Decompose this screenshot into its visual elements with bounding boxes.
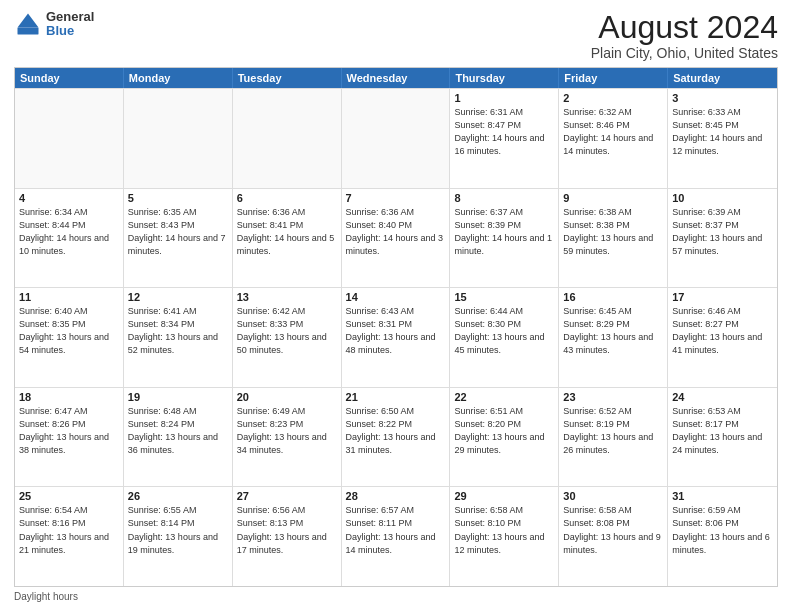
calendar-cell: 8Sunrise: 6:37 AM Sunset: 8:39 PM Daylig… — [450, 189, 559, 288]
calendar-cell: 6Sunrise: 6:36 AM Sunset: 8:41 PM Daylig… — [233, 189, 342, 288]
day-number: 22 — [454, 391, 554, 403]
day-number: 10 — [672, 192, 773, 204]
cell-info: Sunrise: 6:36 AM Sunset: 8:40 PM Dayligh… — [346, 206, 446, 258]
calendar-cell: 16Sunrise: 6:45 AM Sunset: 8:29 PM Dayli… — [559, 288, 668, 387]
cell-info: Sunrise: 6:50 AM Sunset: 8:22 PM Dayligh… — [346, 405, 446, 457]
cell-info: Sunrise: 6:46 AM Sunset: 8:27 PM Dayligh… — [672, 305, 773, 357]
cell-info: Sunrise: 6:40 AM Sunset: 8:35 PM Dayligh… — [19, 305, 119, 357]
day-number: 15 — [454, 291, 554, 303]
day-number: 4 — [19, 192, 119, 204]
calendar-row: 4Sunrise: 6:34 AM Sunset: 8:44 PM Daylig… — [15, 188, 777, 288]
calendar-header-cell: Monday — [124, 68, 233, 88]
day-number: 3 — [672, 92, 773, 104]
day-number: 30 — [563, 490, 663, 502]
calendar-cell: 11Sunrise: 6:40 AM Sunset: 8:35 PM Dayli… — [15, 288, 124, 387]
day-number: 6 — [237, 192, 337, 204]
day-number: 16 — [563, 291, 663, 303]
day-number: 5 — [128, 192, 228, 204]
cell-info: Sunrise: 6:32 AM Sunset: 8:46 PM Dayligh… — [563, 106, 663, 158]
calendar-cell: 17Sunrise: 6:46 AM Sunset: 8:27 PM Dayli… — [668, 288, 777, 387]
calendar-cell: 21Sunrise: 6:50 AM Sunset: 8:22 PM Dayli… — [342, 388, 451, 487]
day-number: 13 — [237, 291, 337, 303]
cell-info: Sunrise: 6:58 AM Sunset: 8:10 PM Dayligh… — [454, 504, 554, 556]
svg-rect-1 — [18, 28, 39, 35]
logo-text: General Blue — [46, 10, 94, 39]
cell-info: Sunrise: 6:53 AM Sunset: 8:17 PM Dayligh… — [672, 405, 773, 457]
calendar-cell: 1Sunrise: 6:31 AM Sunset: 8:47 PM Daylig… — [450, 89, 559, 188]
day-number: 25 — [19, 490, 119, 502]
calendar-cell: 31Sunrise: 6:59 AM Sunset: 8:06 PM Dayli… — [668, 487, 777, 586]
calendar-cell: 22Sunrise: 6:51 AM Sunset: 8:20 PM Dayli… — [450, 388, 559, 487]
day-number: 21 — [346, 391, 446, 403]
calendar-cell: 28Sunrise: 6:57 AM Sunset: 8:11 PM Dayli… — [342, 487, 451, 586]
day-number: 17 — [672, 291, 773, 303]
day-number: 23 — [563, 391, 663, 403]
cell-info: Sunrise: 6:41 AM Sunset: 8:34 PM Dayligh… — [128, 305, 228, 357]
calendar-cell — [124, 89, 233, 188]
cell-info: Sunrise: 6:55 AM Sunset: 8:14 PM Dayligh… — [128, 504, 228, 556]
calendar-cell — [233, 89, 342, 188]
day-number: 18 — [19, 391, 119, 403]
calendar-row: 18Sunrise: 6:47 AM Sunset: 8:26 PM Dayli… — [15, 387, 777, 487]
calendar-cell: 12Sunrise: 6:41 AM Sunset: 8:34 PM Dayli… — [124, 288, 233, 387]
day-number: 9 — [563, 192, 663, 204]
cell-info: Sunrise: 6:47 AM Sunset: 8:26 PM Dayligh… — [19, 405, 119, 457]
cell-info: Sunrise: 6:31 AM Sunset: 8:47 PM Dayligh… — [454, 106, 554, 158]
day-number: 14 — [346, 291, 446, 303]
cell-info: Sunrise: 6:44 AM Sunset: 8:30 PM Dayligh… — [454, 305, 554, 357]
calendar-row: 11Sunrise: 6:40 AM Sunset: 8:35 PM Dayli… — [15, 287, 777, 387]
cell-info: Sunrise: 6:49 AM Sunset: 8:23 PM Dayligh… — [237, 405, 337, 457]
calendar-cell: 10Sunrise: 6:39 AM Sunset: 8:37 PM Dayli… — [668, 189, 777, 288]
calendar-cell: 13Sunrise: 6:42 AM Sunset: 8:33 PM Dayli… — [233, 288, 342, 387]
logo: General Blue — [14, 10, 94, 39]
header: General Blue August 2024 Plain City, Ohi… — [14, 10, 778, 61]
calendar-row: 25Sunrise: 6:54 AM Sunset: 8:16 PM Dayli… — [15, 486, 777, 586]
cell-info: Sunrise: 6:38 AM Sunset: 8:38 PM Dayligh… — [563, 206, 663, 258]
cell-info: Sunrise: 6:39 AM Sunset: 8:37 PM Dayligh… — [672, 206, 773, 258]
cell-info: Sunrise: 6:33 AM Sunset: 8:45 PM Dayligh… — [672, 106, 773, 158]
cell-info: Sunrise: 6:45 AM Sunset: 8:29 PM Dayligh… — [563, 305, 663, 357]
calendar-cell: 19Sunrise: 6:48 AM Sunset: 8:24 PM Dayli… — [124, 388, 233, 487]
calendar-cell: 24Sunrise: 6:53 AM Sunset: 8:17 PM Dayli… — [668, 388, 777, 487]
cell-info: Sunrise: 6:57 AM Sunset: 8:11 PM Dayligh… — [346, 504, 446, 556]
calendar-header-cell: Saturday — [668, 68, 777, 88]
calendar: SundayMondayTuesdayWednesdayThursdayFrid… — [14, 67, 778, 587]
calendar-cell: 29Sunrise: 6:58 AM Sunset: 8:10 PM Dayli… — [450, 487, 559, 586]
day-number: 29 — [454, 490, 554, 502]
logo-general: General — [46, 10, 94, 24]
page: General Blue August 2024 Plain City, Ohi… — [0, 0, 792, 612]
calendar-cell: 14Sunrise: 6:43 AM Sunset: 8:31 PM Dayli… — [342, 288, 451, 387]
calendar-cell: 3Sunrise: 6:33 AM Sunset: 8:45 PM Daylig… — [668, 89, 777, 188]
calendar-cell: 5Sunrise: 6:35 AM Sunset: 8:43 PM Daylig… — [124, 189, 233, 288]
calendar-header-cell: Thursday — [450, 68, 559, 88]
calendar-cell: 23Sunrise: 6:52 AM Sunset: 8:19 PM Dayli… — [559, 388, 668, 487]
page-title: August 2024 — [591, 10, 778, 45]
cell-info: Sunrise: 6:54 AM Sunset: 8:16 PM Dayligh… — [19, 504, 119, 556]
cell-info: Sunrise: 6:43 AM Sunset: 8:31 PM Dayligh… — [346, 305, 446, 357]
calendar-header-cell: Tuesday — [233, 68, 342, 88]
cell-info: Sunrise: 6:37 AM Sunset: 8:39 PM Dayligh… — [454, 206, 554, 258]
day-number: 28 — [346, 490, 446, 502]
day-number: 31 — [672, 490, 773, 502]
logo-blue: Blue — [46, 24, 94, 38]
calendar-header-cell: Sunday — [15, 68, 124, 88]
calendar-cell: 18Sunrise: 6:47 AM Sunset: 8:26 PM Dayli… — [15, 388, 124, 487]
day-number: 26 — [128, 490, 228, 502]
calendar-cell: 15Sunrise: 6:44 AM Sunset: 8:30 PM Dayli… — [450, 288, 559, 387]
cell-info: Sunrise: 6:59 AM Sunset: 8:06 PM Dayligh… — [672, 504, 773, 556]
calendar-cell: 7Sunrise: 6:36 AM Sunset: 8:40 PM Daylig… — [342, 189, 451, 288]
day-number: 27 — [237, 490, 337, 502]
cell-info: Sunrise: 6:35 AM Sunset: 8:43 PM Dayligh… — [128, 206, 228, 258]
calendar-cell — [15, 89, 124, 188]
calendar-cell: 20Sunrise: 6:49 AM Sunset: 8:23 PM Dayli… — [233, 388, 342, 487]
day-number: 24 — [672, 391, 773, 403]
day-number: 19 — [128, 391, 228, 403]
calendar-cell: 4Sunrise: 6:34 AM Sunset: 8:44 PM Daylig… — [15, 189, 124, 288]
day-number: 7 — [346, 192, 446, 204]
day-number: 11 — [19, 291, 119, 303]
cell-info: Sunrise: 6:52 AM Sunset: 8:19 PM Dayligh… — [563, 405, 663, 457]
day-number: 1 — [454, 92, 554, 104]
calendar-header: SundayMondayTuesdayWednesdayThursdayFrid… — [15, 68, 777, 88]
cell-info: Sunrise: 6:58 AM Sunset: 8:08 PM Dayligh… — [563, 504, 663, 556]
calendar-cell: 9Sunrise: 6:38 AM Sunset: 8:38 PM Daylig… — [559, 189, 668, 288]
